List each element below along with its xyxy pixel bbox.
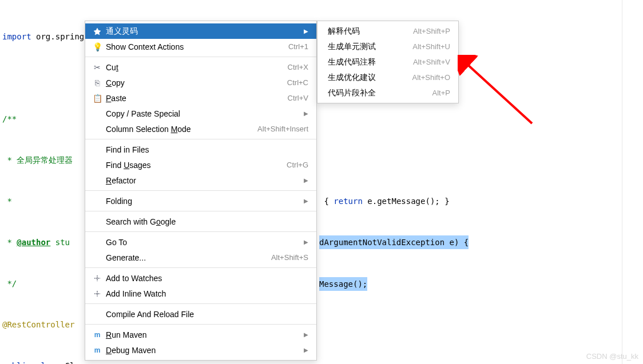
menu-item-search-google[interactable]: Search with Google <box>85 214 316 229</box>
menu-item-folding[interactable]: Folding ▶ <box>85 193 316 209</box>
javadoc-open: /** <box>2 112 17 126</box>
menu-item-find-usages[interactable]: Find Usages Ctrl+G <box>85 157 316 173</box>
chevron-right-icon: ▶ <box>304 331 308 338</box>
shortcut: Alt+Shift+V <box>413 58 450 66</box>
plus-icon <box>91 274 104 282</box>
menu-item-tongyi[interactable]: 通义灵码 ▶ <box>85 23 316 39</box>
plus-icon <box>91 290 104 298</box>
menu-item-copy-paste-special[interactable]: Copy / Paste Special ▶ <box>85 106 316 121</box>
maven-icon: m <box>91 346 104 354</box>
tongyi-icon <box>91 27 104 35</box>
menu-separator <box>85 57 316 57</box>
menu-label: Find Usages <box>104 161 287 170</box>
menu-item-cut[interactable]: ✂ Cut Ctrl+X <box>85 59 316 75</box>
shortcut: Ctrl+1 <box>288 42 308 51</box>
submenu-label: 生成代码注释 <box>328 57 413 67</box>
menu-label: Compile And Reload File <box>104 310 308 319</box>
menu-item-goto[interactable]: Go To ▶ <box>85 234 316 250</box>
menu-separator <box>85 303 316 304</box>
shortcut: Alt+Shift+Insert <box>257 125 308 133</box>
shortcut: Ctrl+X <box>288 63 308 71</box>
submenu-label: 解释代码 <box>328 26 413 37</box>
menu-label: Search with Google <box>104 217 308 226</box>
javadoc-text: * 全局异常处理器 <box>2 153 73 167</box>
menu-item-add-watches[interactable]: Add to Watches <box>85 270 316 286</box>
shortcut: Alt+Shift+U <box>412 42 450 51</box>
menu-label: Find in Files <box>104 145 308 154</box>
menu-label: Generate... <box>104 253 271 262</box>
maven-icon: m <box>91 331 104 339</box>
chevron-right-icon: ▶ <box>304 198 308 204</box>
submenu-tongyi: 解释代码 Alt+Shift+P 生成单元测试 Alt+Shift+U 生成代码… <box>317 21 459 103</box>
chevron-right-icon: ▶ <box>304 28 308 34</box>
shortcut: Ctrl+G <box>287 161 308 169</box>
menu-item-debug-maven[interactable]: m Debug Maven ▶ <box>85 342 316 358</box>
clipboard-icon: 📋 <box>91 94 104 103</box>
menu-label: Copy <box>104 78 287 87</box>
menu-item-column-selection[interactable]: Column Selection Mode Alt+Shift+Insert <box>85 121 316 137</box>
chevron-right-icon: ▶ <box>304 347 308 353</box>
menu-separator <box>85 267 316 268</box>
editor-right-margin <box>622 0 622 364</box>
submenu-item-optimize[interactable]: 生成优化建议 Alt+Shift+O <box>317 70 458 85</box>
submenu-item-explain[interactable]: 解释代码 Alt+Shift+P <box>317 23 458 39</box>
bulb-icon: 💡 <box>91 42 104 51</box>
menu-label: Debug Maven <box>104 346 300 355</box>
menu-label: Show Context Actions <box>104 42 288 51</box>
menu-item-generate[interactable]: Generate... Alt+Shift+S <box>85 250 316 265</box>
javadoc-star: * <box>2 194 12 208</box>
shortcut: Alt+Shift+S <box>271 253 308 262</box>
menu-item-compile-reload[interactable]: Compile And Reload File <box>85 306 316 322</box>
menu-item-paste[interactable]: 📋 Paste Ctrl+V <box>85 90 316 106</box>
copy-icon: ⎘ <box>91 78 104 87</box>
shortcut: Alt+Shift+O <box>412 73 450 82</box>
menu-item-context-actions[interactable]: 💡 Show Context Actions Ctrl+1 <box>85 39 316 54</box>
menu-label: Add Inline Watch <box>104 289 308 298</box>
menu-label: Folding <box>104 197 300 206</box>
menu-label: 通义灵码 <box>104 26 300 37</box>
code-fragment-selected: dArgumentNotValidException e) { <box>319 235 469 249</box>
menu-label: Add to Watches <box>104 274 308 283</box>
shortcut: Alt+P <box>432 89 450 97</box>
menu-item-refactor[interactable]: Refactor ▶ <box>85 173 316 188</box>
menu-separator <box>85 324 316 325</box>
submenu-label: 生成优化建议 <box>328 73 412 83</box>
menu-label: Column Selection Mode <box>104 125 257 134</box>
scissors-icon: ✂ <box>91 63 104 72</box>
menu-label: Go To <box>104 238 300 247</box>
menu-label: Copy / Paste Special <box>104 109 300 118</box>
chevron-right-icon: ▶ <box>304 239 308 245</box>
menu-label: Run Maven <box>104 330 300 339</box>
menu-item-add-inline-watch[interactable]: Add Inline Watch <box>85 286 316 301</box>
javadoc-tag: @author <box>17 235 50 249</box>
submenu-label: 代码片段补全 <box>328 88 432 98</box>
submenu-label: 生成单元测试 <box>328 42 412 52</box>
menu-separator <box>85 211 316 211</box>
menu-separator <box>85 139 316 139</box>
chevron-right-icon: ▶ <box>304 110 308 117</box>
menu-item-copy[interactable]: ⎘ Copy Ctrl+C <box>85 75 316 90</box>
keyword-import: import <box>2 30 31 43</box>
shortcut: Alt+Shift+P <box>413 27 450 35</box>
menu-item-find-in-files[interactable]: Find in Files <box>85 142 316 157</box>
chevron-right-icon: ▶ <box>304 177 308 183</box>
shortcut: Ctrl+V <box>288 94 308 102</box>
annotation: @RestController <box>2 318 74 331</box>
code-fragment: { return e.getMessage(); } <box>319 181 450 208</box>
menu-item-run-maven[interactable]: m Run Maven ▶ <box>85 327 316 342</box>
shortcut: Ctrl+C <box>287 78 308 87</box>
keyword: public <box>2 359 31 364</box>
watermark: CSDN @stu_kk <box>586 352 638 361</box>
menu-label: Cut <box>104 63 288 72</box>
menu-label: Paste <box>104 94 288 103</box>
menu-separator <box>85 190 316 191</box>
submenu-item-complete[interactable]: 代码片段补全 Alt+P <box>317 85 458 101</box>
submenu-item-comment[interactable]: 生成代码注释 Alt+Shift+V <box>317 54 458 70</box>
code-fragment-selected: Message(); <box>319 277 367 291</box>
context-menu: 通义灵码 ▶ 💡 Show Context Actions Ctrl+1 ✂ C… <box>85 21 317 361</box>
menu-separator <box>85 231 316 232</box>
submenu-item-unittest[interactable]: 生成单元测试 Alt+Shift+U <box>317 39 458 54</box>
javadoc-close: */ <box>2 277 17 290</box>
menu-label: Refactor <box>104 176 300 185</box>
